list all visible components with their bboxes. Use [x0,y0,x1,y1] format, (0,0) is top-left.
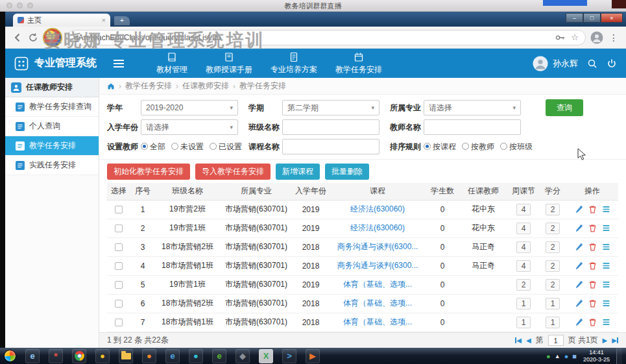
radio-unset[interactable]: 未设置 [171,141,204,152]
breadcrumb-item[interactable]: 教学任务安排 [239,80,286,91]
delete-icon[interactable] [588,261,597,270]
delete-icon[interactable] [588,280,597,289]
sidebar-item-personal-query[interactable]: 个人查询 [5,117,99,136]
media-player-icon[interactable]: ▶ [306,349,320,363]
browser-tab[interactable]: 主页 × [13,14,110,27]
sidebar-item-task-arrange[interactable]: 教学任务安排 [5,136,99,156]
enroll-year-select[interactable]: 请选择▾ [141,119,238,135]
edit-icon[interactable] [575,261,583,270]
add-course-button[interactable]: 新增课程 [276,164,320,180]
firefox-icon[interactable]: ● [142,349,156,363]
home-icon[interactable] [107,82,115,90]
row-checkbox[interactable] [115,206,123,213]
course-name-input[interactable] [282,139,379,154]
breadcrumb-item[interactable]: 任课教师安排 [182,80,229,91]
course-link[interactable]: 体育（基础、选项... [343,298,412,308]
taskbar-clock[interactable]: 14:41 2020-3-25 [581,349,612,363]
radio-by-teacher[interactable]: 按教师 [462,141,494,152]
ie-icon[interactable]: e [165,349,180,363]
radio-by-course[interactable]: 按课程 [424,141,456,152]
browser-profile-avatar[interactable] [590,31,603,44]
row-checkbox[interactable] [115,224,123,232]
nav-item-handbook[interactable]: 教师授课手册 [206,52,252,75]
semester-select[interactable]: 第二学期▾ [282,100,379,115]
search-icon[interactable] [587,58,597,69]
bookmark-star-icon[interactable]: ☆ [571,32,579,42]
app-yellow-icon[interactable]: ● [95,349,110,363]
address-bar[interactable]: gArr/teachEduClass/opt-query/classList.d… [67,30,586,45]
edit-icon[interactable] [575,205,583,213]
row-checkbox[interactable] [115,319,123,326]
chrome-icon[interactable] [72,349,86,363]
show-desktop-button[interactable] [616,348,622,364]
nav-item-textbook[interactable]: 教材管理 [156,52,187,75]
course-link[interactable]: 经济法(630060) [350,223,405,232]
safety-tray-icon[interactable]: ● [546,352,551,360]
detail-list-icon[interactable] [602,299,610,308]
detail-list-icon[interactable] [602,261,610,270]
delete-icon[interactable] [588,318,597,326]
edit-icon[interactable] [575,224,583,232]
ie-taskbar-icon[interactable]: e [25,349,40,363]
sidebar-item-practice-arrange[interactable]: 实践任务安排 [5,156,99,175]
detail-list-icon[interactable] [602,318,610,326]
teacher-name-input[interactable] [424,119,521,135]
start-button[interactable] [4,350,16,362]
delete-icon[interactable] [588,205,597,213]
security-icon[interactable]: ◆ [235,349,250,363]
password-key-icon[interactable] [555,34,566,41]
edit-icon[interactable] [575,299,583,308]
window-close-button[interactable]: × [601,13,623,23]
major-select[interactable]: 请选择▾ [424,100,521,115]
edit-icon[interactable] [575,243,583,251]
delete-icon[interactable] [588,299,597,308]
remote-tool-icon[interactable]: > [282,349,296,363]
class-name-input[interactable] [282,119,379,135]
batch-delete-button[interactable]: 批量删除 [325,164,369,180]
network-tray-icon[interactable]: ● [564,352,569,360]
browser-menu-icon[interactable]: ⋮ [608,32,620,43]
user-menu[interactable]: 孙永辉 [533,56,578,71]
delete-icon[interactable] [588,243,597,251]
tab-close-icon[interactable]: × [102,16,106,24]
breadcrumb-item[interactable]: 教学任务安排 [125,80,172,91]
window-maximize-button[interactable]: □ [583,13,601,23]
query-button[interactable]: 查询 [546,99,583,116]
course-link[interactable]: 体育（基础、选项... [343,317,412,326]
import-tasks-button[interactable]: 导入教学任务安排 [195,164,271,180]
app-launcher-icon[interactable]: * [49,349,63,363]
nav-item-teaching-tasks[interactable]: 教学任务安排 [335,52,382,75]
first-page-icon[interactable]: ◀ [515,337,522,344]
course-link[interactable]: 体育（基础、选项... [343,280,412,289]
delete-icon[interactable] [588,224,597,232]
row-checkbox[interactable] [115,262,123,270]
next-page-icon[interactable]: ▶ [603,337,608,344]
radio-set[interactable]: 已设置 [210,141,242,152]
course-link[interactable]: 商务沟通与谈判(6300... [337,261,418,270]
course-link[interactable]: 商务沟通与谈判(6300... [337,242,418,251]
power-icon[interactable] [607,58,617,69]
ime-tray-icon[interactable]: ■ [572,352,577,360]
excel-icon[interactable]: X [259,349,273,363]
window-minimize-button[interactable]: – [566,13,583,23]
menu-toggle-icon[interactable] [111,57,126,70]
edit-icon[interactable] [575,318,583,326]
edit-icon[interactable] [575,280,583,289]
course-link[interactable]: 经济法(630060) [350,204,405,213]
prev-page-icon[interactable]: ◀ [526,337,531,344]
detail-list-icon[interactable] [602,224,610,232]
folder-icon[interactable] [119,349,133,363]
row-checkbox[interactable] [115,281,123,289]
reload-icon[interactable] [28,32,38,43]
school-year-select[interactable]: 2019-2020▾ [141,100,238,115]
row-checkbox[interactable] [115,243,123,251]
browser-green-icon[interactable]: e [212,349,226,363]
init-tasks-button[interactable]: 初始化教学任务安排 [107,164,190,180]
page-number-input[interactable]: 1 [548,335,564,346]
radio-by-class[interactable]: 按班级 [500,141,533,152]
radio-all[interactable]: 全部 [141,141,165,152]
nav-item-training-plan[interactable]: 专业培养方案 [271,52,317,75]
detail-list-icon[interactable] [602,243,610,251]
last-page-icon[interactable]: ▶ [612,337,618,344]
detail-list-icon[interactable] [602,205,610,213]
